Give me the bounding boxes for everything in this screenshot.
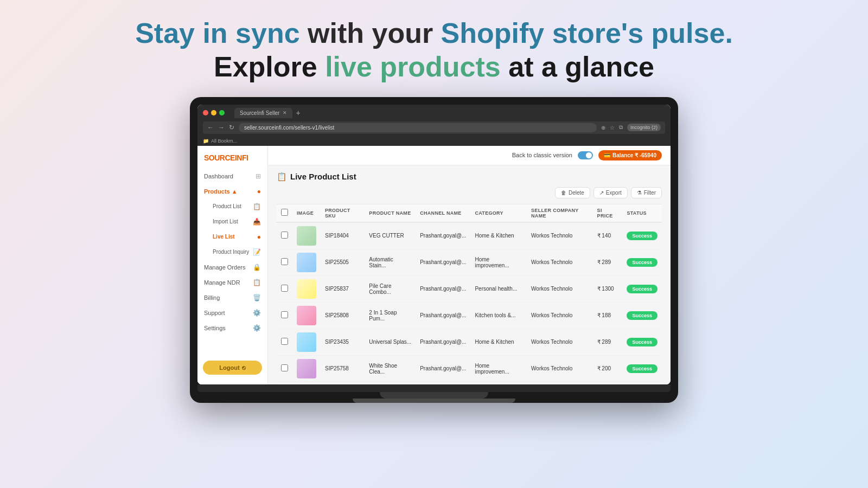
delete-button[interactable]: 🗑 Delete bbox=[555, 187, 590, 198]
sidebar-item-product-inquiry[interactable]: Product Inquiry 📝 bbox=[206, 245, 267, 260]
export-icon: ↗ bbox=[599, 190, 604, 196]
tl-minimize[interactable] bbox=[211, 110, 216, 115]
product-image bbox=[297, 253, 316, 272]
tab-close-icon[interactable]: ✕ bbox=[283, 110, 287, 115]
logout-button[interactable]: Logout ⎋ bbox=[203, 361, 262, 375]
tab-title: SourceInfi Seller bbox=[240, 110, 279, 116]
row-status: Success bbox=[622, 302, 662, 329]
delete-label: Delete bbox=[569, 190, 584, 196]
sidebar-label-manage-ndr: Manage NDR bbox=[204, 279, 240, 286]
table-row: SIP23435 Universal Splas... Prashant.goy… bbox=[277, 329, 662, 355]
browser-nav: ← → ↻ seller.sourceinfi.com/sellers-v1/l… bbox=[203, 121, 665, 134]
filter-icon: ⚗ bbox=[637, 190, 642, 196]
new-tab-icon[interactable]: + bbox=[296, 108, 300, 117]
laptop-foot bbox=[353, 399, 515, 403]
delete-icon: 🗑 bbox=[561, 190, 566, 196]
row-name: Pile Care Combo... bbox=[365, 275, 416, 302]
laptop-frame: SourceInfi Seller ✕ + ← → ↻ seller.sourc… bbox=[190, 97, 678, 403]
col-checkbox bbox=[277, 204, 292, 222]
sidebar-item-manage-ndr[interactable]: Manage NDR 📋 bbox=[197, 275, 267, 290]
row-checkbox-cell bbox=[277, 249, 292, 275]
tab-bar: SourceInfi Seller ✕ + bbox=[234, 108, 301, 118]
row-checkbox-5[interactable] bbox=[281, 364, 288, 371]
row-channel: Prashant.goyal@... bbox=[416, 275, 470, 302]
sidebar-label-billing: Billing bbox=[204, 294, 220, 301]
headline: Stay in sync with your Shopify store's p… bbox=[135, 16, 733, 84]
sidebar-item-billing[interactable]: Billing 🗑️ bbox=[197, 290, 267, 305]
incognito-badge: Incognito (2) bbox=[627, 124, 661, 131]
dashboard-icon: ⊞ bbox=[256, 172, 261, 180]
sidebar-item-live-list[interactable]: Live List ● bbox=[206, 229, 267, 245]
row-seller: Workos Technolo bbox=[527, 355, 593, 382]
row-name: 2 In 1 Soap Pum... bbox=[365, 302, 416, 329]
row-name: Universal Splas... bbox=[365, 329, 416, 355]
headline-line1-part2: with your bbox=[300, 17, 441, 49]
logo-accent: INFI bbox=[235, 153, 248, 162]
sidebar-item-settings[interactable]: Settings ⚙️ bbox=[197, 320, 267, 336]
address-bar[interactable]: seller.sourceinfi.com/sellers-v1/livelis… bbox=[239, 123, 597, 132]
status-badge: Success bbox=[627, 285, 658, 293]
bookmark-icon[interactable]: ☆ bbox=[610, 125, 615, 131]
sidebar-item-manage-orders[interactable]: Manage Orders 🔒 bbox=[197, 260, 267, 275]
classic-version-toggle[interactable] bbox=[578, 151, 593, 159]
row-checkbox-3[interactable] bbox=[281, 311, 288, 318]
row-image-cell bbox=[292, 355, 321, 382]
sidebar-sub-products: Product List 📋 Import List 📥 Live List ●… bbox=[197, 199, 267, 260]
back-icon[interactable]: ← bbox=[207, 124, 214, 131]
page-title-text: Live Product List bbox=[290, 172, 356, 181]
row-seller: Workos Technolo bbox=[527, 302, 593, 329]
browser-chrome: SourceInfi Seller ✕ + ← → ↻ seller.sourc… bbox=[197, 105, 671, 137]
row-name: VEG CUTTER bbox=[365, 222, 416, 249]
row-status: Success bbox=[622, 249, 662, 275]
tl-close[interactable] bbox=[203, 110, 208, 115]
live-list-icon: ● bbox=[257, 233, 261, 241]
forward-icon[interactable]: → bbox=[218, 124, 225, 131]
logo-text: SOURCE bbox=[204, 153, 235, 162]
select-all-checkbox[interactable] bbox=[281, 209, 288, 216]
row-price: ₹ 289 bbox=[593, 329, 623, 355]
filter-button[interactable]: ⚗ Filter bbox=[631, 187, 662, 198]
url-text: seller.sourceinfi.com/sellers-v1/livelis… bbox=[244, 125, 334, 131]
balance-badge: 💳 Balance ₹ -65940 bbox=[598, 150, 662, 160]
product-image bbox=[297, 306, 316, 325]
action-bar: 🗑 Delete ↗ Export ⚗ Filter bbox=[277, 187, 662, 198]
product-table: IMAGE PRODUCT SKU PRODUCT NAME CHANNEL N… bbox=[277, 204, 662, 382]
sidebar-label-manage-orders: Manage Orders bbox=[204, 264, 245, 271]
sidebar-item-dashboard[interactable]: Dashboard ⊞ bbox=[197, 169, 267, 184]
row-channel: Prashant.goyal@... bbox=[416, 355, 470, 382]
sidebar-label-product-list: Product List bbox=[213, 203, 241, 209]
row-checkbox-0[interactable] bbox=[281, 232, 288, 239]
split-icon[interactable]: ⧉ bbox=[619, 124, 623, 131]
row-checkbox-4[interactable] bbox=[281, 338, 288, 345]
tl-maximize[interactable] bbox=[219, 110, 225, 115]
row-status: Success bbox=[622, 222, 662, 249]
row-checkbox-2[interactable] bbox=[281, 285, 288, 292]
row-seller: Workos Technolo bbox=[527, 275, 593, 302]
headline-line1-part3: Shopify store's pulse. bbox=[441, 17, 733, 49]
status-badge: Success bbox=[627, 338, 658, 346]
laptop-base bbox=[197, 384, 671, 392]
sidebar-item-products[interactable]: Products ▲ ● bbox=[197, 184, 267, 199]
page-title-icon: 📋 bbox=[277, 172, 287, 182]
sidebar-label-support: Support bbox=[204, 310, 225, 316]
browser-tab[interactable]: SourceInfi Seller ✕ bbox=[234, 108, 292, 118]
export-label: Export bbox=[606, 190, 622, 196]
sidebar-label-products: Products ▲ bbox=[204, 188, 238, 195]
sidebar-item-product-list[interactable]: Product List 📋 bbox=[206, 199, 267, 214]
balance-icon: 💳 bbox=[604, 152, 610, 158]
export-button[interactable]: ↗ Export bbox=[593, 187, 628, 198]
sidebar-item-import-list[interactable]: Import List 📥 bbox=[206, 214, 267, 229]
row-seller: Workos Technolo bbox=[527, 329, 593, 355]
row-price: ₹ 188 bbox=[593, 302, 623, 329]
sidebar-item-support[interactable]: Support ⚙️ bbox=[197, 305, 267, 320]
row-status: Success bbox=[622, 275, 662, 302]
bookmarks-icon: 📁 bbox=[203, 138, 209, 144]
extensions-icon: ⊕ bbox=[601, 125, 605, 131]
headline-line2-part1: Explore bbox=[214, 51, 325, 82]
products-icon: ● bbox=[257, 188, 261, 195]
reload-icon[interactable]: ↻ bbox=[229, 124, 234, 131]
col-name: PRODUCT NAME bbox=[365, 204, 416, 222]
row-checkbox-1[interactable] bbox=[281, 258, 288, 265]
row-image-cell bbox=[292, 222, 321, 249]
row-price: ₹ 140 bbox=[593, 222, 623, 249]
